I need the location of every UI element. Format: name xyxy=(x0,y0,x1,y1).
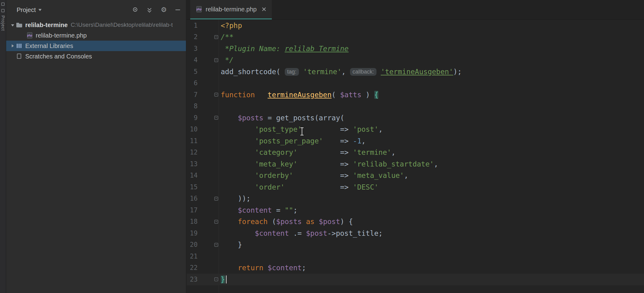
line-number[interactable]: 16 xyxy=(187,195,200,202)
line-number[interactable]: 12 xyxy=(187,149,200,156)
line-number[interactable]: 18 xyxy=(187,218,200,225)
line-number[interactable]: 7 xyxy=(187,91,200,98)
line-number[interactable]: 17 xyxy=(187,207,200,214)
editor-area: relilab-termine.php 1<?php2/**3 *Plugin … xyxy=(187,0,644,293)
line-number[interactable]: 11 xyxy=(187,137,200,145)
code-line-14[interactable]: 14 'orderby' => 'meta_value', xyxy=(187,170,644,182)
project-panel: Project ⚙ relilab-termineC:\Users\Daniel… xyxy=(6,0,186,293)
chevron-down-icon[interactable] xyxy=(38,7,42,13)
line-number[interactable]: 14 xyxy=(187,172,200,179)
code-text: } xyxy=(219,241,242,249)
code-token: foreach xyxy=(238,218,268,226)
code-line-3[interactable]: 3 *Plugin Name: relilab Termine xyxy=(187,43,644,54)
editor-tab[interactable]: relilab-termine.php xyxy=(190,0,272,19)
code-token: 'category' xyxy=(255,148,297,156)
close-icon[interactable] xyxy=(262,7,266,12)
gear-icon[interactable]: ⚙ xyxy=(161,7,167,13)
fold-marker-icon[interactable] xyxy=(214,277,218,281)
code-line-5[interactable]: 5add_shortcode( tag: 'termine', callback… xyxy=(187,66,644,78)
code-line-23[interactable]: 23} xyxy=(187,274,644,285)
php-file-icon xyxy=(196,6,203,13)
code-line-10[interactable]: 10 'post_type' => 'post', xyxy=(187,124,644,135)
tool-window-button-icon[interactable] xyxy=(1,9,5,12)
line-number[interactable]: 19 xyxy=(187,230,200,237)
code-line-12[interactable]: 12 'category' => 'termine', xyxy=(187,147,644,159)
scratch-icon xyxy=(16,53,23,60)
code-editor[interactable]: 1<?php2/**3 *Plugin Name: relilab Termin… xyxy=(187,20,644,293)
code-line-15[interactable]: 15 'order' => 'DESC' xyxy=(187,181,644,193)
code-line-1[interactable]: 1<?php xyxy=(187,20,644,31)
code-line-13[interactable]: 13 'meta_key' => 'relilab_startdate', xyxy=(187,158,644,170)
code-line-19[interactable]: 19 $content .= $post->post_title; xyxy=(187,227,644,239)
line-number[interactable]: 5 xyxy=(187,68,200,75)
tree-item-external-libraries[interactable]: External Libraries xyxy=(6,41,186,51)
code-line-11[interactable]: 11 'posts_per_page' => -1, xyxy=(187,135,644,147)
code-line-8[interactable]: 8 xyxy=(187,101,644,112)
code-token: .= xyxy=(289,229,306,237)
line-number[interactable]: 10 xyxy=(187,126,200,133)
code-token: termineAusgeben xyxy=(268,91,332,99)
tree-item-path: C:\Users\Daniel\Desktop\relilab\relilab-… xyxy=(71,22,173,28)
code-token: $posts xyxy=(276,218,302,226)
code-token: ); xyxy=(453,68,462,76)
line-number[interactable]: 9 xyxy=(187,114,200,122)
tool-window-stripe: Project xyxy=(0,0,6,293)
code-line-2[interactable]: 2/** xyxy=(187,31,644,43)
code-line-7[interactable]: 7function termineAusgeben( $atts ) { xyxy=(187,89,644,101)
tree-item-relilab-termine[interactable]: relilab-termineC:\Users\Daniel\Desktop\r… xyxy=(6,20,186,30)
code-token: relilab Termine xyxy=(285,45,349,53)
code-line-20[interactable]: 20 } xyxy=(187,239,644,251)
fold-marker-icon[interactable] xyxy=(214,93,218,97)
line-number[interactable]: 6 xyxy=(187,79,200,87)
code-line-16[interactable]: 16 )); xyxy=(187,193,644,205)
chevron-down-icon[interactable] xyxy=(9,22,16,28)
fold-column xyxy=(200,116,219,120)
line-number[interactable]: 1 xyxy=(187,22,200,29)
chevron-right-icon[interactable] xyxy=(9,44,16,47)
project-panel-title[interactable]: Project xyxy=(17,6,36,14)
code-text: /** xyxy=(219,33,234,41)
code-line-9[interactable]: 9 $posts = get_posts(array( xyxy=(187,112,644,124)
line-number[interactable]: 4 xyxy=(187,56,200,64)
line-number[interactable]: 20 xyxy=(187,241,200,248)
fold-marker-icon[interactable] xyxy=(214,35,218,39)
line-number[interactable]: 22 xyxy=(187,264,200,271)
fold-marker-icon[interactable] xyxy=(214,243,218,247)
tool-window-button-icon[interactable] xyxy=(1,2,5,6)
code-token xyxy=(221,114,238,122)
tree-item-label: relilab-termine xyxy=(25,22,68,29)
line-number[interactable]: 3 xyxy=(187,45,200,52)
code-token: , xyxy=(391,148,396,156)
line-number[interactable]: 8 xyxy=(187,102,200,110)
code-token: 'meta_key' xyxy=(255,160,297,168)
line-number[interactable]: 23 xyxy=(187,276,200,283)
code-text: */ xyxy=(219,56,234,64)
code-token: , xyxy=(341,68,350,76)
code-line-21[interactable]: 21 xyxy=(187,251,644,262)
fold-marker-icon[interactable] xyxy=(214,58,218,62)
tree-item-relilab-termine-php[interactable]: relilab-termine.php xyxy=(6,30,186,41)
code-line-4[interactable]: 4 */ xyxy=(187,54,644,66)
locate-icon[interactable] xyxy=(132,7,139,13)
fold-marker-icon[interactable] xyxy=(214,220,218,224)
hide-icon[interactable] xyxy=(175,7,181,13)
fold-marker-icon[interactable] xyxy=(214,197,218,201)
code-line-6[interactable]: 6 xyxy=(187,78,644,89)
collapse-all-icon[interactable] xyxy=(147,7,153,13)
code-token: as xyxy=(306,218,315,226)
stripe-project-label[interactable]: Project xyxy=(1,15,6,31)
line-number[interactable]: 21 xyxy=(187,253,200,260)
code-line-17[interactable]: 17 $content = ""; xyxy=(187,204,644,216)
code-text: 'meta_key' => 'relilab_startdate', xyxy=(219,160,438,168)
code-token: /** xyxy=(221,33,234,41)
code-line-18[interactable]: 18 foreach ($posts as $post) { xyxy=(187,216,644,228)
tree-item-scratches-and-consoles[interactable]: Scratches and Consoles xyxy=(6,51,186,62)
line-number[interactable]: 13 xyxy=(187,160,200,168)
code-token: = xyxy=(263,114,276,122)
code-token: ; xyxy=(302,264,306,272)
line-number[interactable]: 15 xyxy=(187,183,200,191)
line-number[interactable]: 2 xyxy=(187,33,200,41)
code-token: { xyxy=(374,91,379,99)
fold-marker-icon[interactable] xyxy=(214,116,218,120)
code-line-22[interactable]: 22 return $content; xyxy=(187,262,644,274)
